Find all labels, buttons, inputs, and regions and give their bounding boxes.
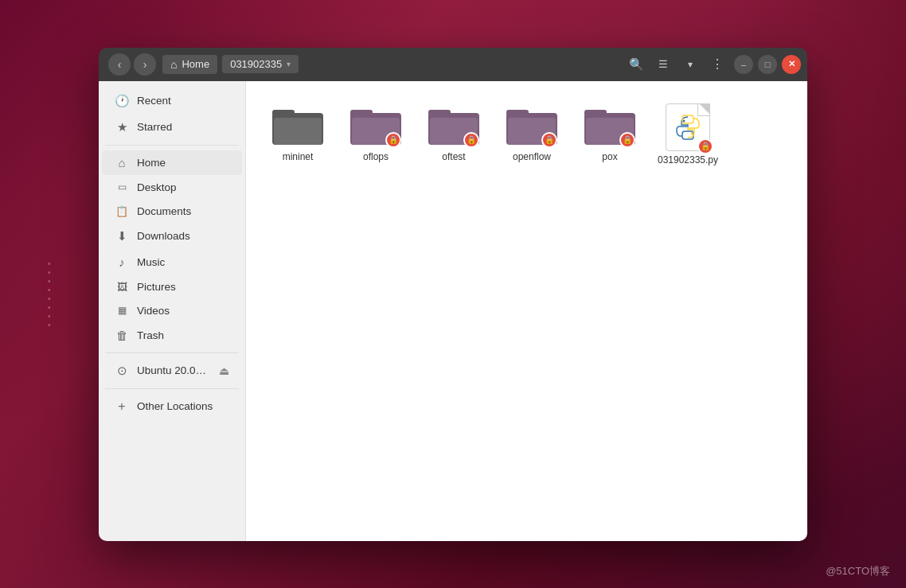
sidebar-item-home[interactable]: ⌂ Home xyxy=(102,150,242,175)
file-name-pox: pox xyxy=(602,151,617,164)
file-manager-window: ‹ › ⌂ Home 031902335 ▾ 🔍 ☰ ▾ ⋮ xyxy=(99,48,807,541)
sidebar-item-videos-label: Videos xyxy=(137,305,170,317)
sidebar-item-documents[interactable]: 📋 Documents xyxy=(102,200,242,223)
home-icon: ⌂ xyxy=(170,58,177,71)
sidebar-item-music-label: Music xyxy=(137,256,165,268)
list-view-icon: ☰ xyxy=(658,58,668,70)
watermark: @51CTO博客 xyxy=(826,564,890,578)
sidebar: 🕐 Recent ★ Starred ⌂ Home ▭ Desktop 📋 Do… xyxy=(99,81,246,541)
svg-rect-4 xyxy=(350,110,373,116)
file-item-oftest[interactable]: 🔒 oftest xyxy=(418,97,490,173)
file-name-oflops: oflops xyxy=(363,151,389,164)
sidebar-item-downloads-label: Downloads xyxy=(137,230,190,242)
content-area: 🕐 Recent ★ Starred ⌂ Home ▭ Desktop 📋 Do… xyxy=(99,81,807,541)
breadcrumb-folder[interactable]: 031902335 ▾ xyxy=(222,55,299,73)
sidebar-item-downloads[interactable]: ⬇ Downloads xyxy=(102,224,242,249)
lock-badge-031902335py: 🔒 xyxy=(697,138,713,154)
breadcrumb-home-label: Home xyxy=(182,58,209,70)
lock-badge-oftest: 🔒 xyxy=(463,132,479,148)
decorative-dots: •••••••• xyxy=(48,259,51,329)
sidebar-item-desktop[interactable]: ▭ Desktop xyxy=(102,176,242,199)
svg-rect-13 xyxy=(584,110,607,116)
svg-rect-1 xyxy=(272,110,295,116)
folder-icon-oftest: 🔒 xyxy=(428,103,479,148)
sidebar-item-recent-label: Recent xyxy=(137,95,171,107)
svg-point-15 xyxy=(683,119,685,122)
search-button[interactable]: 🔍 xyxy=(624,53,648,76)
sidebar-item-videos[interactable]: ▦ Videos xyxy=(102,299,242,322)
sidebar-item-trash[interactable]: 🗑 Trash xyxy=(102,323,242,348)
sidebar-item-starred-label: Starred xyxy=(137,121,172,133)
sidebar-divider-3 xyxy=(105,388,239,389)
folder-icon-pox: 🔒 xyxy=(584,103,635,148)
menu-icon: ⋮ xyxy=(711,58,724,71)
close-button[interactable]: ✕ xyxy=(782,55,801,74)
file-item-pox[interactable]: 🔒 pox xyxy=(574,97,646,173)
file-name-openflow: openflow xyxy=(513,151,551,164)
breadcrumb-folder-label: 031902335 xyxy=(230,58,282,70)
sort-icon: ▾ xyxy=(688,59,693,70)
svg-rect-2 xyxy=(274,118,322,145)
documents-icon: 📋 xyxy=(115,205,129,217)
minimize-icon: – xyxy=(741,60,746,69)
list-view-button[interactable]: ☰ xyxy=(651,53,675,76)
sidebar-item-home-label: Home xyxy=(137,157,166,169)
titlebar-actions: 🔍 ☰ ▾ ⋮ – □ ✕ xyxy=(624,53,801,76)
file-item-mininet[interactable]: mininet xyxy=(262,97,334,173)
files-grid: mininet 🔒 oflops xyxy=(262,97,791,173)
sidebar-item-pictures-label: Pictures xyxy=(137,281,176,293)
menu-button[interactable]: ⋮ xyxy=(705,53,729,76)
back-button[interactable]: ‹ xyxy=(108,53,131,76)
breadcrumb-home[interactable]: ⌂ Home xyxy=(162,55,217,74)
sidebar-item-ubuntu[interactable]: ⊙ Ubuntu 20.0… ⏏ xyxy=(102,358,242,384)
home-nav-icon: ⌂ xyxy=(115,156,129,169)
sidebar-item-recent[interactable]: 🕐 Recent xyxy=(102,88,242,114)
desktop-icon: ▭ xyxy=(115,181,129,193)
file-item-openflow[interactable]: 🔒 openflow xyxy=(496,97,568,173)
file-name-mininet: mininet xyxy=(283,151,314,164)
music-icon: ♪ xyxy=(115,255,129,269)
eject-icon[interactable]: ⏏ xyxy=(219,364,229,377)
starred-icon: ★ xyxy=(115,120,129,134)
sidebar-item-other-locations[interactable]: + Other Locations xyxy=(102,394,242,419)
sidebar-item-other-locations-label: Other Locations xyxy=(137,400,213,412)
chevron-down-icon: ▾ xyxy=(287,60,291,68)
file-item-031902335py[interactable]: 🔒 031902335.py xyxy=(652,97,724,173)
maximize-button[interactable]: □ xyxy=(758,55,777,74)
forward-icon: › xyxy=(143,58,147,71)
file-name-oftest: oftest xyxy=(442,151,465,164)
sidebar-item-music[interactable]: ♪ Music xyxy=(102,250,242,275)
trash-icon: 🗑 xyxy=(115,329,129,342)
downloads-icon: ⬇ xyxy=(115,229,129,243)
svg-rect-7 xyxy=(428,110,451,116)
recent-icon: 🕐 xyxy=(115,94,129,108)
python-file-icon: 🔒 xyxy=(666,103,710,151)
main-content: mininet 🔒 oflops xyxy=(246,81,807,541)
lock-badge-pox: 🔒 xyxy=(619,132,635,148)
sidebar-item-ubuntu-label: Ubuntu 20.0… xyxy=(137,364,211,376)
sort-button[interactable]: ▾ xyxy=(678,53,702,76)
folder-icon-oflops: 🔒 xyxy=(350,103,401,148)
svg-rect-10 xyxy=(506,110,529,116)
sidebar-item-trash-label: Trash xyxy=(137,329,164,341)
other-locations-icon: + xyxy=(115,399,129,414)
sidebar-divider-1 xyxy=(105,145,239,146)
close-icon: ✕ xyxy=(788,59,795,69)
sidebar-item-desktop-label: Desktop xyxy=(137,181,177,193)
folder-icon-openflow: 🔒 xyxy=(506,103,557,148)
lock-badge-oflops: 🔒 xyxy=(385,132,401,148)
videos-icon: ▦ xyxy=(115,305,129,316)
maximize-icon: □ xyxy=(765,60,771,69)
sidebar-item-pictures[interactable]: 🖼 Pictures xyxy=(102,275,242,298)
folder-icon-mininet xyxy=(272,103,323,148)
minimize-button[interactable]: – xyxy=(734,55,753,74)
ubuntu-icon: ⊙ xyxy=(115,364,129,378)
file-item-oflops[interactable]: 🔒 oflops xyxy=(340,97,412,173)
lock-badge-openflow: 🔒 xyxy=(541,132,557,148)
sidebar-divider-2 xyxy=(105,352,239,353)
forward-button[interactable]: › xyxy=(134,53,156,76)
sidebar-item-starred[interactable]: ★ Starred xyxy=(102,115,242,140)
pictures-icon: 🖼 xyxy=(115,281,129,293)
back-icon: ‹ xyxy=(118,58,122,71)
sidebar-item-documents-label: Documents xyxy=(137,205,191,217)
